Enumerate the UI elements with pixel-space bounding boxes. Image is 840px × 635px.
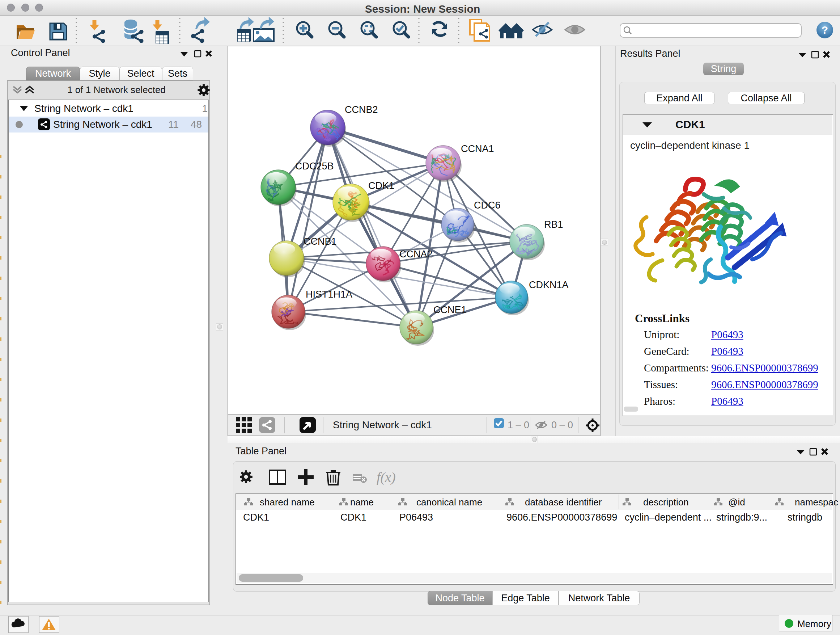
svg-text:CDC25B: CDC25B <box>295 161 334 172</box>
svg-text:CDK1: CDK1 <box>368 180 394 191</box>
svg-text:CCNB1: CCNB1 <box>303 236 337 247</box>
svg-text:CCNA1: CCNA1 <box>461 143 494 154</box>
svg-text:CCNE1: CCNE1 <box>433 304 467 315</box>
svg-text:f(x): f(x) <box>377 470 396 485</box>
svg-text:CDKN1A: CDKN1A <box>529 279 569 290</box>
svg-text:CDC6: CDC6 <box>474 200 501 211</box>
svg-text:RB1: RB1 <box>544 219 563 230</box>
svg-text:CCNB2: CCNB2 <box>345 104 378 115</box>
svg-text:CCNA2: CCNA2 <box>399 249 433 260</box>
svg-text:HIST1H1A: HIST1H1A <box>306 289 352 300</box>
